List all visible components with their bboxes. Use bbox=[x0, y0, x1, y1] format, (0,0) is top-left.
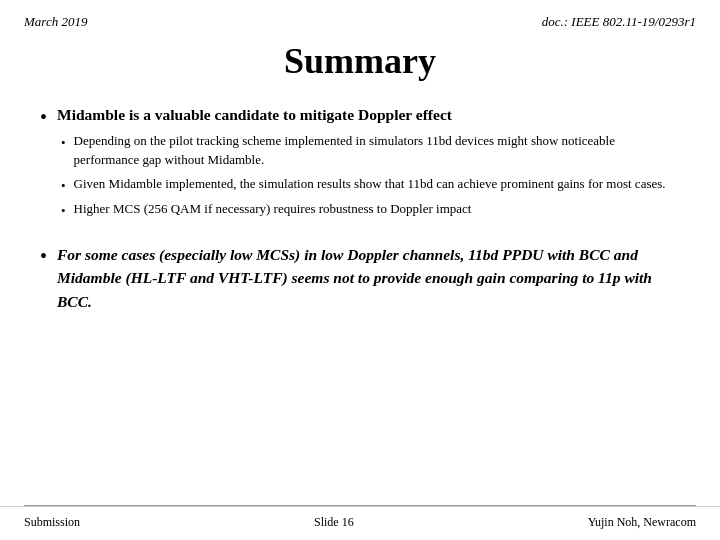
sub-bullet-item-1-1: • Depending on the pilot tracking scheme… bbox=[61, 132, 680, 170]
title-section: Summary bbox=[0, 30, 720, 100]
sub-bullet-text-1-1: Depending on the pilot tracking scheme i… bbox=[74, 132, 680, 170]
sub-bullet-dot-1-1: • bbox=[61, 134, 66, 152]
footer-submission: Submission bbox=[24, 515, 80, 530]
header-doc: doc.: IEEE 802.11-19/0293r1 bbox=[542, 14, 696, 30]
slide-title: Summary bbox=[0, 40, 720, 82]
bullet-text-2: For some cases (especially low MCSs) in … bbox=[57, 243, 680, 313]
sub-bullet-dot-1-2: • bbox=[61, 177, 66, 195]
bullet-dot-1: • bbox=[40, 106, 47, 129]
slide-content: • Midamble is a valuable candidate to mi… bbox=[0, 100, 720, 505]
bullet-main-2: For some cases (especially low MCSs) in … bbox=[57, 246, 652, 310]
sub-bullet-text-1-3: Higher MCS (256 QAM if necessary) requir… bbox=[74, 200, 472, 219]
sub-bullet-item-1-3: • Higher MCS (256 QAM if necessary) requ… bbox=[61, 200, 680, 220]
sub-bullet-item-1-2: • Given Midamble implemented, the simula… bbox=[61, 175, 680, 195]
bullet-text-1: Midamble is a valuable candidate to miti… bbox=[57, 104, 680, 225]
footer-slide-number: Slide 16 bbox=[314, 515, 354, 530]
slide-container: March 2019 doc.: IEEE 802.11-19/0293r1 S… bbox=[0, 0, 720, 540]
footer-author: Yujin Noh, Newracom bbox=[588, 515, 696, 530]
slide-footer: Submission Slide 16 Yujin Noh, Newracom bbox=[0, 506, 720, 540]
sub-bullet-text-1-2: Given Midamble implemented, the simulati… bbox=[74, 175, 666, 194]
sub-bullets-1: • Depending on the pilot tracking scheme… bbox=[57, 132, 680, 220]
bullet-item-2: • For some cases (especially low MCSs) i… bbox=[40, 243, 680, 313]
header-date: March 2019 bbox=[24, 14, 87, 30]
bullet-main-1: Midamble is a valuable candidate to miti… bbox=[57, 106, 452, 123]
slide-header: March 2019 doc.: IEEE 802.11-19/0293r1 bbox=[0, 0, 720, 30]
sub-bullet-dot-1-3: • bbox=[61, 202, 66, 220]
bullet-dot-2: • bbox=[40, 245, 47, 268]
bullet-item-1: • Midamble is a valuable candidate to mi… bbox=[40, 104, 680, 225]
